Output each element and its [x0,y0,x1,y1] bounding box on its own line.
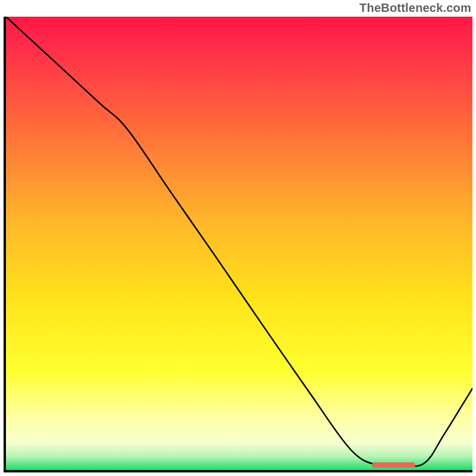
bottleneck-curve [6,17,472,470]
chart-container: TheBottleneck.com [0,0,476,476]
attribution-text: TheBottleneck.com [359,1,471,15]
optimal-range-marker [372,462,415,468]
plot-area [4,17,472,472]
